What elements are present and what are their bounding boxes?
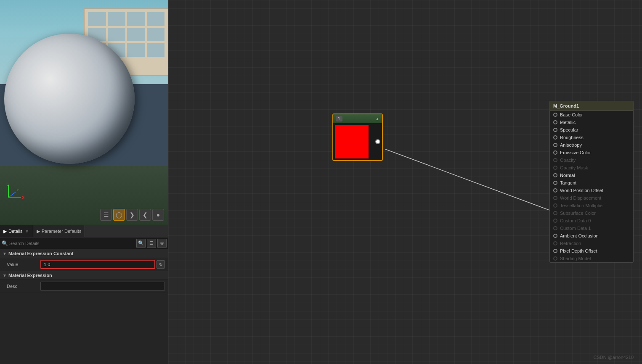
property-row-desc: Desc bbox=[0, 280, 168, 293]
property-label-desc: Desc bbox=[7, 284, 40, 289]
pin-refraction bbox=[553, 241, 557, 245]
pin-shading-model bbox=[553, 256, 557, 261]
pin-metallic bbox=[553, 120, 557, 124]
pin-label-custom1: Custom Data 1 bbox=[560, 226, 591, 231]
pin-row-tangent[interactable]: Tangent bbox=[550, 179, 633, 187]
property-value-desc-container bbox=[40, 282, 165, 291]
search-bar: 🔍 🔍 ☰ 👁 bbox=[0, 237, 168, 249]
tab-icon-details: ▶ bbox=[3, 229, 7, 234]
pin-row-world-disp[interactable]: World Displacement bbox=[550, 194, 633, 202]
pin-label-base-color: Base Color bbox=[560, 112, 583, 117]
viewport-btn-2[interactable]: ◯ bbox=[113, 209, 125, 221]
viewport-btn-1[interactable]: ☰ bbox=[100, 209, 112, 221]
desc-input-field[interactable] bbox=[40, 282, 165, 291]
section-header-material-expression[interactable]: ▼ Material Expression bbox=[0, 271, 168, 280]
pin-label-normal: Normal bbox=[560, 173, 575, 178]
left-panel: X Z Y ☰ ◯ ❯ ❮ ● ▶ Details ✕ ▶ Parameter … bbox=[0, 0, 168, 364]
pin-roughness bbox=[553, 135, 557, 140]
pin-anisotropy bbox=[553, 143, 557, 147]
list-view-btn[interactable]: ☰ bbox=[147, 239, 156, 248]
section-header-material-expression-constant[interactable]: ▼ Material Expression Constant bbox=[0, 249, 168, 258]
pin-label-custom0: Custom Data 0 bbox=[560, 218, 591, 223]
property-label-value: Value bbox=[7, 262, 40, 267]
pin-row-emissive[interactable]: Emissive Color bbox=[550, 149, 633, 156]
node-output-pin[interactable] bbox=[375, 139, 380, 144]
material-panel: M_Ground1 Base Color Metallic Specular R… bbox=[549, 101, 634, 263]
search-input[interactable] bbox=[9, 241, 135, 246]
pin-row-opacity[interactable]: Opacity bbox=[550, 156, 633, 164]
pin-normal bbox=[553, 173, 557, 177]
node-editor: 1 ▲ M_Ground1 Base Color Metallic Specul… bbox=[168, 0, 642, 364]
pin-row-shading-model[interactable]: Shading Model bbox=[550, 255, 633, 262]
svg-text:Y: Y bbox=[16, 188, 19, 192]
tab-label-details: Details bbox=[8, 229, 23, 234]
viewport: X Z Y ☰ ◯ ❯ ❮ ● bbox=[0, 0, 168, 225]
pin-row-anisotropy[interactable]: Anisotropy bbox=[550, 141, 633, 149]
tab-details[interactable]: ▶ Details ✕ bbox=[0, 225, 33, 237]
pin-row-ao[interactable]: Ambient Occlusion bbox=[550, 232, 633, 240]
pin-custom0 bbox=[553, 219, 557, 223]
pin-row-refraction[interactable]: Refraction bbox=[550, 240, 633, 247]
pin-subsurface bbox=[553, 211, 557, 215]
pin-world-disp bbox=[553, 196, 557, 200]
node-number: 1 bbox=[336, 116, 342, 121]
section-label-1: Material Expression Constant bbox=[8, 251, 74, 256]
material-panel-header: M_Ground1 bbox=[550, 101, 633, 111]
pin-label-world-pos: World Position Offset bbox=[560, 188, 603, 193]
pin-emissive bbox=[553, 150, 557, 155]
tab-icon-param: ▶ bbox=[37, 229, 40, 234]
pin-label-emissive: Emissive Color bbox=[560, 150, 591, 155]
pin-row-world-pos[interactable]: World Position Offset bbox=[550, 187, 633, 194]
svg-line-2 bbox=[8, 192, 16, 198]
viewport-btn-5[interactable]: ● bbox=[152, 209, 164, 221]
section-arrow-1: ▼ bbox=[3, 251, 7, 256]
properties-area: ▼ Material Expression Constant Value ↻ ▼… bbox=[0, 249, 168, 364]
viewport-btn-3[interactable]: ❯ bbox=[126, 209, 138, 221]
pin-label-opacity-mask: Opacity Mask bbox=[560, 165, 588, 170]
pin-row-specular[interactable]: Specular bbox=[550, 126, 633, 134]
pin-label-shading-model: Shading Model bbox=[560, 256, 591, 261]
pin-label-ao: Ambient Occlusion bbox=[560, 233, 599, 238]
pin-ao bbox=[553, 234, 557, 238]
constant-node[interactable]: 1 ▲ bbox=[332, 113, 383, 161]
search-submit-btn[interactable]: 🔍 bbox=[136, 239, 146, 248]
node-header: 1 ▲ bbox=[333, 114, 382, 123]
viewport-axes: X Z Y bbox=[6, 183, 25, 202]
pin-label-metallic: Metallic bbox=[560, 120, 576, 125]
pin-row-normal[interactable]: Normal bbox=[550, 171, 633, 179]
pin-opacity bbox=[553, 158, 557, 162]
pin-label-anisotropy: Anisotropy bbox=[560, 142, 582, 148]
svg-text:X: X bbox=[22, 195, 24, 200]
pin-label-specular: Specular bbox=[560, 127, 578, 132]
node-color-preview[interactable] bbox=[335, 125, 369, 158]
value-input-field[interactable] bbox=[40, 260, 155, 269]
tab-close-details[interactable]: ✕ bbox=[24, 229, 29, 234]
pin-row-opacity-mask[interactable]: Opacity Mask bbox=[550, 164, 633, 171]
pin-opacity-mask bbox=[553, 166, 557, 170]
reset-value-btn[interactable]: ↻ bbox=[157, 260, 165, 269]
pin-world-pos bbox=[553, 188, 557, 193]
pin-row-roughness[interactable]: Roughness bbox=[550, 134, 633, 141]
tab-label-param: Parameter Defaults bbox=[42, 229, 82, 234]
node-collapse-arrow[interactable]: ▲ bbox=[375, 116, 379, 121]
pin-specular bbox=[553, 128, 557, 132]
watermark: CSDN @arron4210 bbox=[593, 355, 634, 360]
eye-filter-btn[interactable]: 👁 bbox=[157, 239, 167, 248]
viewport-btn-4[interactable]: ❮ bbox=[139, 209, 151, 221]
viewport-sphere bbox=[4, 34, 135, 164]
pin-row-subsurface[interactable]: Subsurface Color bbox=[550, 209, 633, 217]
tab-parameter-defaults[interactable]: ▶ Parameter Defaults bbox=[33, 225, 85, 237]
pin-label-tess: Tessellation Multiplier bbox=[560, 203, 604, 208]
pin-row-tess[interactable]: Tessellation Multiplier bbox=[550, 202, 633, 209]
search-icon: 🔍 bbox=[2, 240, 8, 246]
pin-label-tangent: Tangent bbox=[560, 180, 576, 185]
pin-row-base-color[interactable]: Base Color bbox=[550, 111, 633, 119]
pin-row-custom1[interactable]: Custom Data 1 bbox=[550, 224, 633, 232]
pin-row-pixel-depth[interactable]: Pixel Depth Offset bbox=[550, 247, 633, 255]
pin-base-color bbox=[553, 113, 557, 117]
pin-row-metallic[interactable]: Metallic bbox=[550, 119, 633, 126]
pin-label-refraction: Refraction bbox=[560, 241, 581, 246]
pin-row-custom0[interactable]: Custom Data 0 bbox=[550, 217, 633, 224]
section-arrow-2: ▼ bbox=[3, 273, 7, 278]
property-value-container: ↻ bbox=[40, 260, 165, 269]
